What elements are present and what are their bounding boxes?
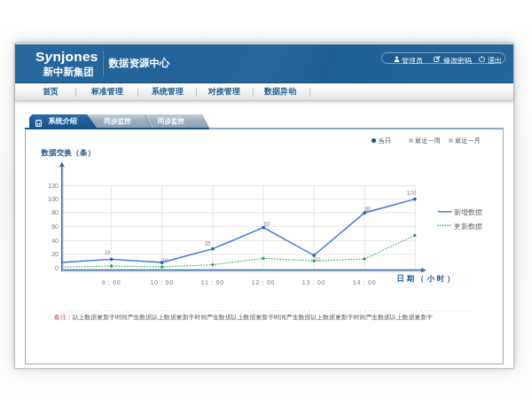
svg-text:80: 80 xyxy=(51,209,59,215)
svg-text:100: 100 xyxy=(48,196,59,202)
svg-text:100: 100 xyxy=(407,190,417,196)
svg-text:18: 18 xyxy=(104,249,111,255)
svg-text:10: 10 xyxy=(314,256,321,262)
svg-text:35: 35 xyxy=(204,240,211,246)
svg-text:12：00: 12：00 xyxy=(252,279,276,286)
svg-text:10：00: 10：00 xyxy=(150,279,174,286)
svg-text:11：00: 11：00 xyxy=(201,279,224,286)
svg-text:60: 60 xyxy=(51,223,59,230)
svg-text:120: 120 xyxy=(48,183,59,189)
svg-text:10: 10 xyxy=(161,257,168,263)
svg-text:40: 40 xyxy=(51,238,59,244)
svg-text:9：00: 9：00 xyxy=(102,279,121,286)
svg-text:60: 60 xyxy=(263,221,270,227)
svg-text:14：00: 14：00 xyxy=(353,279,377,286)
svg-text:0: 0 xyxy=(55,265,59,271)
svg-text:13：00: 13：00 xyxy=(302,279,326,286)
svg-text:80: 80 xyxy=(364,206,372,212)
svg-text:20: 20 xyxy=(51,251,59,257)
